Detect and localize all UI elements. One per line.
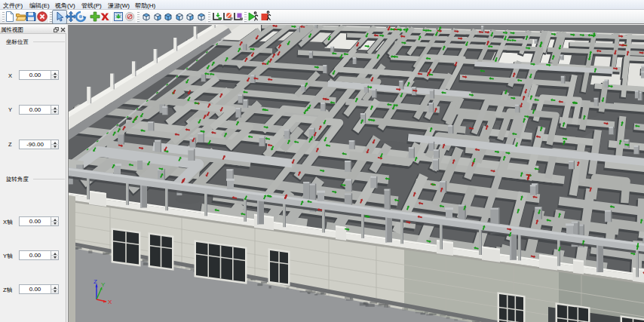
svg-text:Y: Y bbox=[101, 281, 106, 288]
svg-text:Z: Z bbox=[94, 278, 97, 285]
svg-text:X: X bbox=[108, 299, 112, 305]
